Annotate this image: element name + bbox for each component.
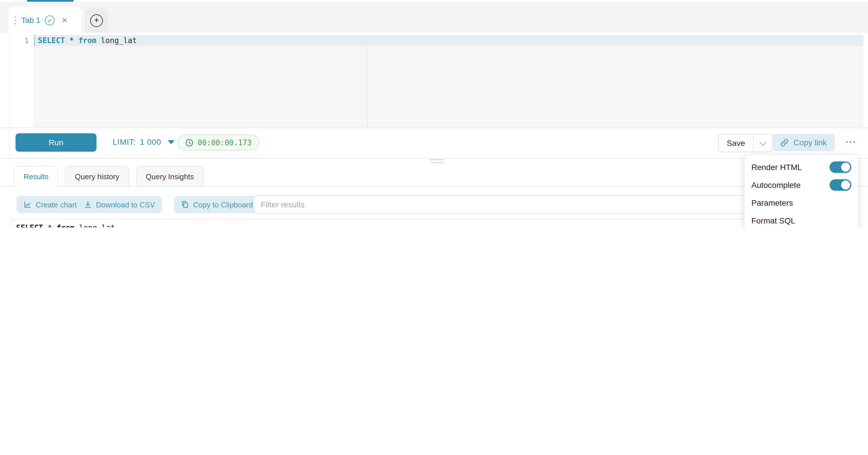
options-menu: Render HTML Autocomplete Parameters Form… — [744, 155, 858, 228]
panel-resize-handle[interactable] — [430, 159, 444, 165]
chart-icon — [24, 201, 32, 209]
editor-tab-bar: Tab 1 ✕ + — [0, 2, 868, 33]
editor-panel-divider — [367, 46, 368, 127]
action-bar: Run LIMIT: 1 000 00:00:00.173 Save Copy … — [0, 128, 868, 158]
create-chart-button[interactable]: Create chart — [17, 196, 84, 213]
menu-item-format-sql[interactable]: Format SQL — [744, 211, 858, 228]
tab-query-insights[interactable]: Query Insights — [136, 166, 204, 187]
tab-query-history[interactable]: Query history — [65, 166, 129, 187]
more-options-button[interactable]: ⋯ — [845, 135, 857, 148]
editor-background — [34, 46, 863, 127]
active-line-highlight — [34, 35, 863, 46]
menu-item-autocomplete[interactable]: Autocomplete — [744, 176, 858, 193]
results-toolbar: Create chart Download to CSV Copy to Cli… — [0, 191, 868, 219]
caret-down-icon — [167, 140, 174, 144]
tab-results[interactable]: Results — [14, 166, 58, 187]
query-duration-badge: 00:00:00.173 — [178, 134, 259, 151]
plus-icon: + — [90, 14, 103, 27]
save-split-button: Save — [718, 134, 773, 152]
menu-item-render-html[interactable]: Render HTML — [744, 158, 858, 176]
clipboard-icon — [181, 201, 189, 209]
code-editor[interactable]: 1 SELECT * from long_lat — [0, 33, 868, 128]
download-icon — [84, 201, 92, 209]
menu-item-parameters[interactable]: Parameters — [744, 193, 858, 211]
download-csv-button[interactable]: Download to CSV — [77, 196, 162, 213]
limit-dropdown[interactable]: LIMIT: 1 000 — [113, 137, 174, 147]
left-border-rule — [9, 33, 10, 158]
copy-clipboard-button[interactable]: Copy to Clipboard — [174, 196, 260, 213]
save-button[interactable]: Save — [719, 134, 754, 152]
tab-1[interactable]: Tab 1 ✕ — [9, 7, 82, 33]
clock-icon — [185, 138, 194, 147]
chevron-down-icon — [760, 139, 766, 146]
results-tab-bar: Results Query history Query Insights — [0, 166, 868, 187]
save-options-button[interactable] — [754, 134, 772, 152]
query-echo: SELECT * from long_lat — [11, 219, 855, 228]
sql-editor-app: Tab 1 ✕ + 1 SELECT * from long_lat Run L… — [0, 0, 868, 228]
drag-grip-icon[interactable] — [14, 16, 16, 24]
render-html-toggle[interactable] — [830, 161, 851, 173]
autocomplete-toggle[interactable] — [830, 179, 851, 190]
close-tab-icon[interactable]: ✕ — [61, 16, 68, 24]
run-button[interactable]: Run — [16, 133, 96, 152]
query-success-icon — [45, 15, 55, 25]
copy-link-button[interactable]: Copy link — [772, 134, 835, 151]
link-icon — [780, 138, 789, 147]
tab-label: Tab 1 — [21, 16, 40, 24]
line-number: 1 — [16, 36, 29, 45]
sql-code-line[interactable]: SELECT * from long_lat — [38, 36, 137, 45]
add-tab-button[interactable]: + — [85, 8, 108, 33]
